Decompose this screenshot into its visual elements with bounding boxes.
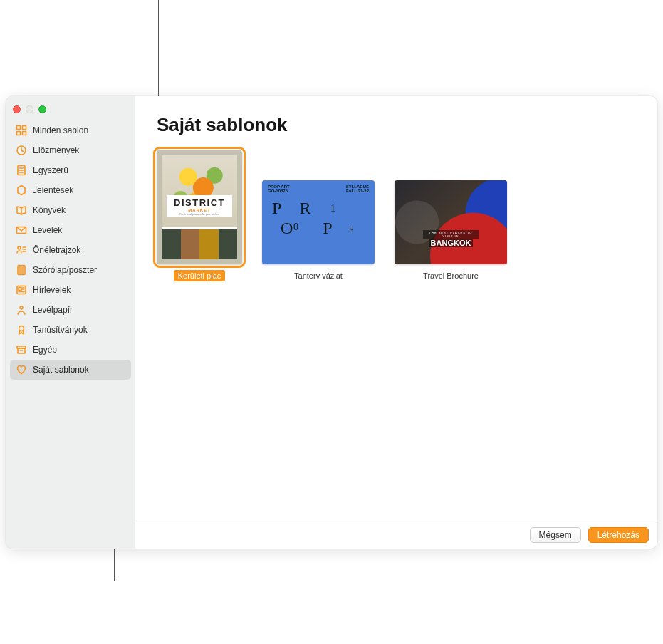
sidebar: Minden sablonElőzményekEgyszerűJelentése…	[6, 96, 135, 549]
book-icon	[16, 204, 27, 216]
minimize-window-button[interactable]	[26, 105, 33, 113]
sidebar-item-levélpapír[interactable]: Levélpapír	[10, 300, 131, 320]
svg-rect-3	[23, 132, 26, 135]
template-thumbnail: PROP ART GO-10875 SYLLABUS FALL 21-22 P …	[262, 180, 375, 264]
page-title: Saját sablonok	[157, 114, 636, 136]
sidebar-item-label: Hírlevelek	[33, 285, 71, 295]
thumb-tagline: Fresh local produce for your kitchen	[167, 213, 232, 216]
sidebar-item-label: Könyvek	[33, 205, 66, 215]
window-controls	[6, 103, 135, 120]
zoom-window-button[interactable]	[38, 105, 46, 113]
sidebar-item-label: Levélpapír	[33, 305, 73, 315]
template-item-travel-brochure[interactable]: THE BEST PLACES TO VISIT IN BANGKOK Trav…	[395, 150, 507, 281]
sidebar-item-tanúsítványok[interactable]: Tanúsítványok	[10, 320, 131, 340]
sidebar-item-label: Jelentések	[33, 185, 73, 195]
template-chooser-window: Minden sablonElőzményekEgyszerűJelentése…	[6, 96, 657, 549]
sidebar-item-jelentések[interactable]: Jelentések	[10, 180, 131, 200]
template-item-tanterv-vazlat[interactable]: PROP ART GO-10875 SYLLABUS FALL 21-22 P …	[262, 150, 375, 281]
sidebar-item-label: Előzmények	[33, 145, 79, 155]
svg-rect-23	[19, 288, 21, 291]
sidebar-item-label: Egyéb	[33, 345, 57, 355]
sidebar-item-label: Önéletrajzok	[33, 245, 80, 255]
svg-rect-2	[17, 132, 21, 135]
template-caption: Travel Brochure	[419, 270, 483, 281]
envelope-icon	[16, 224, 27, 236]
footer: Mégsem Létrehozás	[135, 521, 657, 549]
sidebar-item-egyszerű[interactable]: Egyszerű	[10, 160, 131, 180]
template-item-keruleti-piac[interactable]: DISTRICT MARKET Fresh local produce for …	[157, 150, 242, 281]
template-caption: Tanterv vázlat	[290, 270, 347, 281]
person-list-icon	[16, 244, 27, 256]
sidebar-item-label: Egyszerű	[33, 165, 68, 175]
sidebar-item-könyvek[interactable]: Könyvek	[10, 200, 131, 220]
template-thumbnail: THE BEST PLACES TO VISIT IN BANGKOK	[395, 180, 507, 264]
doc-lines-icon	[16, 165, 27, 176]
close-window-button[interactable]	[13, 105, 21, 113]
hex-star-icon	[16, 185, 27, 196]
letterhead-icon	[16, 304, 27, 316]
thumb-title: DISTRICT	[167, 197, 232, 208]
sidebar-item-szórólap-poszter[interactable]: Szórólap/poszter	[10, 260, 131, 280]
sidebar-item-minden-sablon[interactable]: Minden sablon	[10, 120, 131, 140]
svg-point-12	[18, 246, 21, 249]
template-thumbnail: DISTRICT MARKET Fresh local produce for …	[157, 150, 242, 264]
template-caption: Kerületi piac	[174, 270, 226, 281]
svg-rect-0	[17, 126, 21, 130]
sidebar-item-előzmények[interactable]: Előzmények	[10, 140, 131, 160]
sidebar-item-label: Minden sablon	[33, 125, 88, 135]
archive-box-icon	[16, 344, 27, 355]
doc-dense-icon	[16, 264, 27, 276]
create-button[interactable]: Létrehozás	[588, 527, 649, 543]
svg-rect-1	[23, 126, 26, 130]
thumb-subtitle: MARKET	[167, 208, 232, 212]
sidebar-item-saját-sablonok[interactable]: Saját sablonok	[10, 360, 131, 380]
svg-point-27	[20, 306, 23, 309]
svg-marker-9	[18, 186, 25, 195]
sidebar-items: Minden sablonElőzményekEgyszerűJelentése…	[6, 120, 135, 380]
heart-icon	[16, 364, 27, 375]
template-grid: DISTRICT MARKET Fresh local produce for …	[157, 150, 636, 281]
sidebar-item-label: Szórólap/poszter	[33, 265, 97, 275]
grid-icon	[16, 125, 27, 136]
ribbon-icon	[16, 324, 27, 336]
sidebar-item-hírlevelek[interactable]: Hírlevelek	[10, 280, 131, 300]
sidebar-item-egyéb[interactable]: Egyéb	[10, 340, 131, 360]
cancel-button[interactable]: Mégsem	[530, 527, 581, 543]
clock-icon	[16, 145, 27, 156]
sidebar-item-önéletrajzok[interactable]: Önéletrajzok	[10, 240, 131, 260]
main-pane: Saját sablonok DISTRICT MARKET Fresh loc…	[135, 96, 657, 549]
newspaper-icon	[16, 284, 27, 296]
sidebar-item-label: Levelek	[33, 225, 62, 235]
sidebar-item-levelek[interactable]: Levelek	[10, 220, 131, 240]
sidebar-item-label: Saját sablonok	[33, 365, 89, 375]
sidebar-item-label: Tanúsítványok	[33, 325, 88, 335]
